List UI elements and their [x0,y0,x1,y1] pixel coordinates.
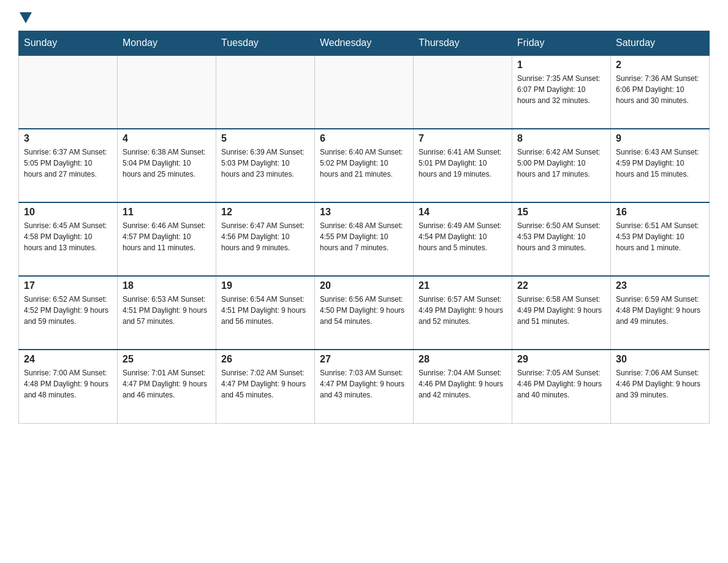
calendar-cell [414,55,512,129]
week-row-4: 17Sunrise: 6:52 AM Sunset: 4:52 PM Dayli… [19,276,710,350]
week-row-2: 3Sunrise: 6:37 AM Sunset: 5:05 PM Daylig… [19,129,710,202]
day-number: 8 [517,133,605,144]
day-info: Sunrise: 6:37 AM Sunset: 5:05 PM Dayligh… [24,147,112,180]
calendar-cell: 21Sunrise: 6:57 AM Sunset: 4:49 PM Dayli… [414,276,512,350]
day-info: Sunrise: 7:00 AM Sunset: 4:48 PM Dayligh… [24,367,112,400]
day-number: 13 [320,207,408,218]
calendar-cell [216,55,315,129]
day-info: Sunrise: 6:54 AM Sunset: 4:51 PM Dayligh… [221,294,309,327]
calendar-cell [315,55,414,129]
day-info: Sunrise: 6:51 AM Sunset: 4:53 PM Dayligh… [616,220,704,253]
day-number: 20 [320,280,408,291]
calendar-cell: 17Sunrise: 6:52 AM Sunset: 4:52 PM Dayli… [19,276,118,350]
weekday-header-friday: Friday [512,31,611,56]
calendar-cell: 10Sunrise: 6:45 AM Sunset: 4:58 PM Dayli… [19,202,118,276]
day-info: Sunrise: 6:38 AM Sunset: 5:04 PM Dayligh… [123,147,211,180]
day-number: 10 [24,207,112,218]
day-number: 11 [123,207,211,218]
calendar-cell: 8Sunrise: 6:42 AM Sunset: 5:00 PM Daylig… [512,129,611,202]
calendar-cell: 22Sunrise: 6:58 AM Sunset: 4:49 PM Dayli… [512,276,611,350]
calendar-cell: 6Sunrise: 6:40 AM Sunset: 5:02 PM Daylig… [315,129,414,202]
day-number: 14 [419,207,507,218]
day-number: 19 [221,280,309,291]
calendar-cell: 24Sunrise: 7:00 AM Sunset: 4:48 PM Dayli… [19,350,118,423]
calendar-cell: 2Sunrise: 7:36 AM Sunset: 6:06 PM Daylig… [611,55,710,129]
day-info: Sunrise: 6:40 AM Sunset: 5:02 PM Dayligh… [320,147,408,180]
day-info: Sunrise: 7:01 AM Sunset: 4:47 PM Dayligh… [123,367,211,400]
calendar-cell: 23Sunrise: 6:59 AM Sunset: 4:48 PM Dayli… [611,276,710,350]
day-number: 25 [123,354,211,365]
calendar-cell: 18Sunrise: 6:53 AM Sunset: 4:51 PM Dayli… [118,276,216,350]
calendar-cell: 9Sunrise: 6:43 AM Sunset: 4:59 PM Daylig… [611,129,710,202]
day-number: 15 [517,207,605,218]
day-number: 1 [517,59,605,71]
day-info: Sunrise: 6:56 AM Sunset: 4:50 PM Dayligh… [320,294,408,327]
weekday-header-thursday: Thursday [414,31,512,56]
day-info: Sunrise: 6:52 AM Sunset: 4:52 PM Dayligh… [24,294,112,327]
day-info: Sunrise: 6:59 AM Sunset: 4:48 PM Dayligh… [616,294,704,327]
day-number: 30 [616,354,704,365]
day-info: Sunrise: 6:45 AM Sunset: 4:58 PM Dayligh… [24,220,112,253]
day-info: Sunrise: 7:02 AM Sunset: 4:47 PM Dayligh… [221,367,309,400]
day-number: 9 [616,133,704,144]
calendar-cell: 29Sunrise: 7:05 AM Sunset: 4:46 PM Dayli… [512,350,611,423]
day-info: Sunrise: 7:05 AM Sunset: 4:46 PM Dayligh… [517,367,605,400]
calendar-cell: 27Sunrise: 7:03 AM Sunset: 4:47 PM Dayli… [315,350,414,423]
calendar-cell: 15Sunrise: 6:50 AM Sunset: 4:53 PM Dayli… [512,202,611,276]
week-row-1: 1Sunrise: 7:35 AM Sunset: 6:07 PM Daylig… [19,55,710,129]
day-info: Sunrise: 6:50 AM Sunset: 4:53 PM Dayligh… [517,220,605,253]
day-info: Sunrise: 6:53 AM Sunset: 4:51 PM Dayligh… [123,294,211,327]
calendar-cell [19,55,118,129]
calendar-cell [118,55,216,129]
day-info: Sunrise: 6:41 AM Sunset: 5:01 PM Dayligh… [419,147,507,180]
day-number: 18 [123,280,211,291]
day-info: Sunrise: 6:49 AM Sunset: 4:54 PM Dayligh… [419,220,507,253]
calendar-cell: 30Sunrise: 7:06 AM Sunset: 4:46 PM Dayli… [611,350,710,423]
weekday-header-wednesday: Wednesday [315,31,414,56]
day-info: Sunrise: 7:36 AM Sunset: 6:06 PM Dayligh… [616,73,704,106]
weekday-header-tuesday: Tuesday [216,31,315,56]
calendar-cell: 26Sunrise: 7:02 AM Sunset: 4:47 PM Dayli… [216,350,315,423]
day-number: 22 [517,280,605,291]
day-number: 27 [320,354,408,365]
logo [18,12,33,23]
day-info: Sunrise: 7:35 AM Sunset: 6:07 PM Dayligh… [517,73,605,106]
day-number: 17 [24,280,112,291]
day-info: Sunrise: 7:06 AM Sunset: 4:46 PM Dayligh… [616,367,704,400]
weekday-header-row: SundayMondayTuesdayWednesdayThursdayFrid… [19,31,710,56]
calendar-cell: 11Sunrise: 6:46 AM Sunset: 4:57 PM Dayli… [118,202,216,276]
calendar-cell: 13Sunrise: 6:48 AM Sunset: 4:55 PM Dayli… [315,202,414,276]
calendar-cell: 20Sunrise: 6:56 AM Sunset: 4:50 PM Dayli… [315,276,414,350]
day-info: Sunrise: 6:46 AM Sunset: 4:57 PM Dayligh… [123,220,211,253]
weekday-header-sunday: Sunday [19,31,118,56]
day-info: Sunrise: 6:47 AM Sunset: 4:56 PM Dayligh… [221,220,309,253]
day-info: Sunrise: 6:58 AM Sunset: 4:49 PM Dayligh… [517,294,605,327]
weekday-header-monday: Monday [118,31,216,56]
calendar-cell: 12Sunrise: 6:47 AM Sunset: 4:56 PM Dayli… [216,202,315,276]
day-info: Sunrise: 6:57 AM Sunset: 4:49 PM Dayligh… [419,294,507,327]
day-info: Sunrise: 7:04 AM Sunset: 4:46 PM Dayligh… [419,367,507,400]
day-info: Sunrise: 6:39 AM Sunset: 5:03 PM Dayligh… [221,147,309,180]
day-info: Sunrise: 7:03 AM Sunset: 4:47 PM Dayligh… [320,367,408,400]
day-info: Sunrise: 6:43 AM Sunset: 4:59 PM Dayligh… [616,147,704,180]
day-number: 23 [616,280,704,291]
day-number: 26 [221,354,309,365]
day-info: Sunrise: 6:42 AM Sunset: 5:00 PM Dayligh… [517,147,605,180]
calendar-cell: 4Sunrise: 6:38 AM Sunset: 5:04 PM Daylig… [118,129,216,202]
calendar-table: SundayMondayTuesdayWednesdayThursdayFrid… [18,31,710,424]
day-number: 21 [419,280,507,291]
week-row-5: 24Sunrise: 7:00 AM Sunset: 4:48 PM Dayli… [19,350,710,423]
day-number: 2 [616,59,704,71]
calendar-cell: 1Sunrise: 7:35 AM Sunset: 6:07 PM Daylig… [512,55,611,129]
calendar-cell: 14Sunrise: 6:49 AM Sunset: 4:54 PM Dayli… [414,202,512,276]
day-number: 4 [123,133,211,144]
calendar-cell: 3Sunrise: 6:37 AM Sunset: 5:05 PM Daylig… [19,129,118,202]
calendar-cell: 7Sunrise: 6:41 AM Sunset: 5:01 PM Daylig… [414,129,512,202]
day-number: 28 [419,354,507,365]
calendar-cell: 16Sunrise: 6:51 AM Sunset: 4:53 PM Dayli… [611,202,710,276]
day-number: 3 [24,133,112,144]
day-number: 29 [517,354,605,365]
day-number: 6 [320,133,408,144]
day-number: 7 [419,133,507,144]
day-number: 24 [24,354,112,365]
